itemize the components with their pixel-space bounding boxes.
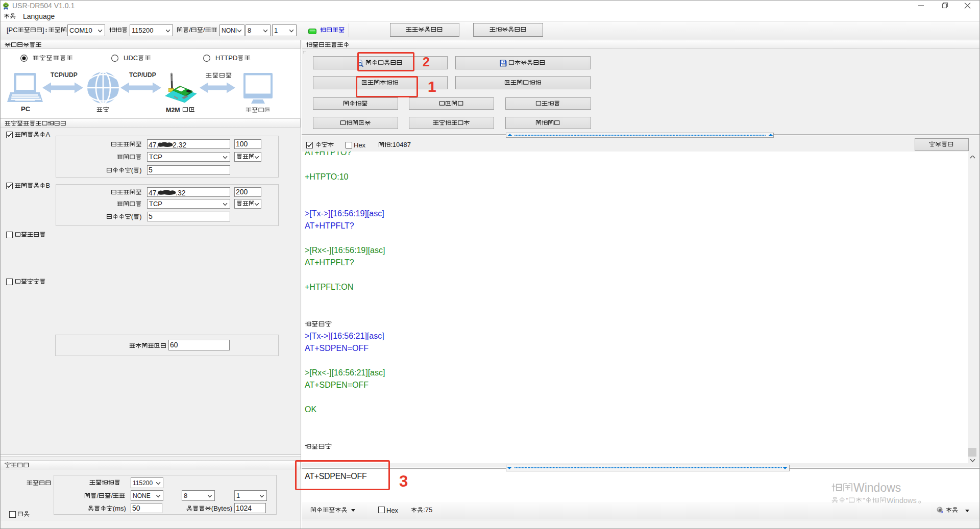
svg-text:B: B	[46, 182, 51, 189]
svg-text:(: (	[131, 213, 134, 220]
svg-text:HTTPD: HTTPD	[215, 55, 237, 62]
svg-text:(ms): (ms)	[113, 505, 126, 512]
svg-text:/: /	[203, 27, 205, 34]
svg-text:/: /	[96, 492, 99, 499]
svg-text:(Bytes): (Bytes)	[211, 505, 232, 512]
svg-text:A: A	[46, 131, 51, 138]
svg-text:": "	[863, 496, 865, 505]
svg-text:): )	[139, 213, 141, 220]
svg-text:Windows: Windows	[887, 496, 917, 505]
svg-text:": "	[846, 496, 848, 505]
svg-text::10487: :10487	[390, 141, 411, 148]
svg-text:): )	[139, 167, 141, 174]
svg-text::75: :75	[423, 507, 432, 514]
svg-text:Windows: Windows	[853, 482, 901, 494]
svg-text:(: (	[131, 167, 134, 174]
svg-text:]: ]	[42, 27, 44, 34]
svg-text:/: /	[189, 27, 191, 34]
svg-text:/: /	[111, 492, 113, 499]
svg-text:[PC: [PC	[7, 27, 18, 34]
svg-text:UDC: UDC	[124, 55, 138, 62]
